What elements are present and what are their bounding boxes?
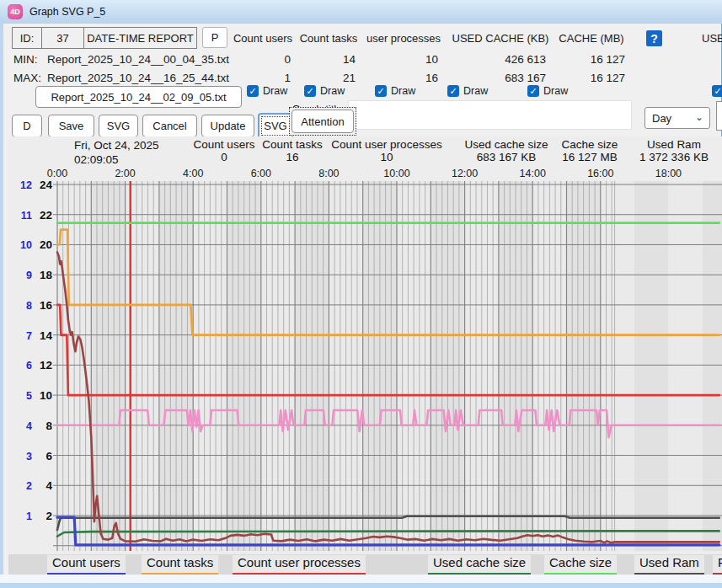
stat-count-user-processes: Count user processes10: [324, 138, 450, 163]
svg-text:7: 7: [26, 330, 32, 342]
id-value-field[interactable]: 37: [41, 28, 83, 48]
svg-text:2:00: 2:00: [115, 168, 135, 179]
draw-checkbox-count-tasks[interactable]: Draw: [304, 85, 345, 97]
checkbox-checked-icon[interactable]: [304, 85, 316, 97]
max-user-processes: 16: [371, 72, 438, 84]
chart-legend: Count users Count tasks Count user proce…: [8, 554, 722, 575]
draw-checkbox-count-users[interactable]: Draw: [247, 85, 287, 97]
draw-checkbox-cache[interactable]: Draw: [527, 85, 568, 97]
update-button[interactable]: Update: [201, 115, 254, 137]
min-count-tasks: 14: [288, 53, 356, 66]
period-select[interactable]: Day⌄: [644, 107, 710, 129]
svg-text:20: 20: [40, 238, 52, 251]
cancel-button[interactable]: Cancel: [142, 115, 197, 137]
cursor-datetime: Fri, Oct 24, 2025 02:09:05: [74, 138, 159, 167]
min-used-cache: 426 613: [479, 53, 546, 66]
attention-button-wrap: Attention: [289, 107, 356, 136]
d-button[interactable]: D: [12, 115, 42, 137]
svg-text:12: 12: [40, 359, 52, 372]
graph-title-input[interactable]: [348, 100, 632, 130]
max-file: Report_2025_10_24__16_25_44.txt: [35, 72, 241, 84]
chart-canvas: 0:002:004:006:008:0010:0012:0014:0016:00…: [8, 165, 722, 554]
legend-count-user-processes: Count user processes: [233, 555, 366, 575]
svg-text:4: 4: [26, 420, 32, 432]
svg-text:12:00: 12:00: [452, 168, 478, 179]
p-button[interactable]: P: [202, 27, 227, 48]
legend-count-users: Count users: [47, 555, 126, 575]
legend-used-cache-size: Used cache size: [428, 555, 531, 575]
svg-text:2: 2: [45, 510, 52, 522]
svg-text:18: 18: [40, 269, 53, 281]
app-logo-icon: 4D: [8, 4, 23, 19]
max-cache: 16 127: [558, 72, 625, 84]
svg-text:0:00: 0:00: [47, 168, 67, 179]
svg-text:5: 5: [26, 390, 32, 402]
checkbox-checked-icon[interactable]: [447, 85, 459, 97]
draw-checkbox-used-cache[interactable]: Draw: [447, 85, 488, 97]
current-report-field[interactable]: Report_2025_10_24__02_09_05.txt: [35, 86, 242, 108]
svg-text:3: 3: [26, 451, 32, 462]
svg-text:14: 14: [40, 329, 53, 342]
max-used-cache: 683 167: [479, 72, 546, 84]
attention-button[interactable]: Attention: [291, 110, 354, 133]
min-label: MIN:: [13, 53, 38, 66]
svg-text:12: 12: [20, 179, 32, 191]
window-border-bottom: [0, 583, 722, 588]
svg-text:11: 11: [21, 210, 32, 222]
svg-text:4: 4: [45, 479, 52, 492]
svg-text:8: 8: [26, 300, 32, 312]
stat-used-ram: Used Ram1 372 336 KB: [628, 138, 720, 163]
graph-panel: Fri, Oct 24, 2025 02:09:05 Count users0 …: [8, 136, 722, 575]
titlebar: 4D Graph SVG P_5: [0, 0, 722, 24]
max-count-tasks: 21: [288, 72, 356, 84]
svg-text:1: 1: [26, 510, 32, 522]
stat-count-tasks: Count tasks16: [254, 138, 330, 163]
min-user-processes: 10: [371, 53, 438, 66]
svg-text:10:00: 10:00: [383, 168, 409, 179]
legend-cache-size: Cache size: [544, 555, 617, 575]
draw-checkbox-used-ram-clipped[interactable]: Draw: [712, 85, 722, 97]
date-time-report-label: DATE-TIME REPORT: [83, 28, 196, 48]
draw-checkbox-user-processes[interactable]: Draw: [375, 85, 415, 97]
svg-button[interactable]: SVG: [99, 115, 138, 137]
svg-button-focused[interactable]: SVG: [258, 113, 293, 139]
svg-text:9: 9: [26, 270, 32, 281]
stat-cache: Cache size16 127 MB: [548, 138, 632, 163]
chevron-down-icon: ⌄: [695, 111, 703, 123]
stat-used-cache: Used cache size683 167 KB: [456, 138, 557, 163]
help-icon[interactable]: ?: [646, 30, 662, 46]
column-count-tasks: Count tasks: [291, 32, 366, 45]
column-used-cache: USED CACHE (KB): [450, 32, 551, 45]
svg-text:6:00: 6:00: [251, 168, 271, 179]
min-count-users: 0: [223, 53, 291, 66]
save-button[interactable]: Save: [48, 115, 94, 137]
svg-text:6: 6: [45, 450, 52, 462]
checkbox-checked-icon[interactable]: [375, 85, 387, 97]
svg-text:22: 22: [40, 209, 52, 222]
legend-used-ram: Used Ram: [634, 555, 704, 575]
legend-free-clipped: Fre: [713, 555, 722, 575]
min-file: Report_2025_10_24__00_04_35.txt: [35, 53, 241, 66]
column-user-processes: user processes: [361, 32, 446, 45]
column-count-users: Count users: [225, 32, 301, 45]
checkbox-checked-icon[interactable]: [247, 85, 259, 97]
window-title: Graph SVG P_5: [29, 6, 105, 18]
checkbox-checked-icon[interactable]: [712, 85, 722, 97]
svg-text:18:00: 18:00: [655, 168, 682, 179]
svg-text:6: 6: [26, 360, 32, 372]
svg-text:14:00: 14:00: [520, 168, 546, 179]
svg-text:16: 16: [40, 299, 53, 312]
column-cache: CACHE (MB): [549, 32, 634, 45]
id-group: ID: 37 DATE-TIME REPORT: [12, 27, 197, 49]
svg-text:16:00: 16:00: [587, 168, 613, 179]
max-count-users: 1: [223, 72, 291, 84]
svg-text:10: 10: [40, 389, 52, 402]
svg-text:2: 2: [26, 480, 32, 492]
legend-count-tasks: Count tasks: [142, 555, 218, 575]
min-cache: 16 127: [558, 53, 625, 66]
svg-text:8:00: 8:00: [318, 168, 339, 179]
id-label: ID:: [13, 28, 41, 48]
window-border-left: [0, 24, 3, 588]
app-window: 4D Graph SVG P_5 ID: 37 DATE-TIME REPORT…: [0, 0, 722, 588]
checkbox-checked-icon[interactable]: [527, 85, 539, 97]
